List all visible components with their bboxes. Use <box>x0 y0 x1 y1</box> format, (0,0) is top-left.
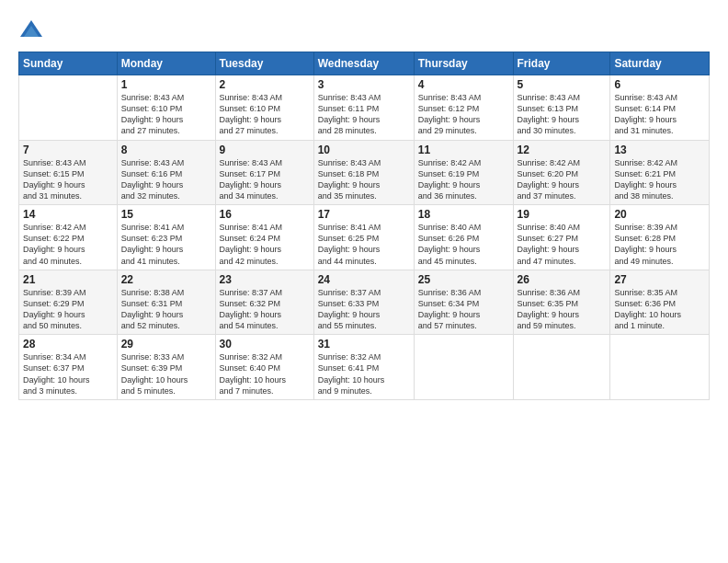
day-number: 9 <box>220 144 310 156</box>
day-info: Sunrise: 8:35 AM Sunset: 6:36 PM Dayligh… <box>614 287 705 332</box>
day-number: 8 <box>121 144 211 156</box>
day-info: Sunrise: 8:34 AM Sunset: 6:37 PM Dayligh… <box>23 351 113 396</box>
day-info: Sunrise: 8:32 AM Sunset: 6:40 PM Dayligh… <box>220 351 310 396</box>
day-info: Sunrise: 8:43 AM Sunset: 6:14 PM Dayligh… <box>614 92 705 137</box>
day-info: Sunrise: 8:38 AM Sunset: 6:31 PM Dayligh… <box>121 287 211 332</box>
day-number: 28 <box>23 338 113 350</box>
logo <box>18 18 48 44</box>
day-info: Sunrise: 8:42 AM Sunset: 6:21 PM Dayligh… <box>614 157 705 202</box>
calendar-cell: 7Sunrise: 8:43 AM Sunset: 6:15 PM Daylig… <box>19 140 118 205</box>
day-info: Sunrise: 8:39 AM Sunset: 6:29 PM Dayligh… <box>23 287 113 332</box>
weekday-header-thursday: Thursday <box>414 52 513 75</box>
day-info: Sunrise: 8:40 AM Sunset: 6:26 PM Dayligh… <box>418 222 509 267</box>
day-number: 19 <box>518 208 607 221</box>
logo-icon <box>18 18 44 44</box>
day-number: 1 <box>121 78 211 91</box>
calendar-cell: 28Sunrise: 8:34 AM Sunset: 6:37 PM Dayli… <box>19 335 118 400</box>
day-info: Sunrise: 8:43 AM Sunset: 6:10 PM Dayligh… <box>121 92 211 137</box>
day-info: Sunrise: 8:43 AM Sunset: 6:11 PM Dayligh… <box>318 92 410 137</box>
day-info: Sunrise: 8:36 AM Sunset: 6:35 PM Dayligh… <box>518 287 607 332</box>
calendar-cell: 18Sunrise: 8:40 AM Sunset: 6:26 PM Dayli… <box>414 205 513 270</box>
calendar-cell: 3Sunrise: 8:43 AM Sunset: 6:11 PM Daylig… <box>313 75 414 141</box>
day-info: Sunrise: 8:42 AM Sunset: 6:22 PM Dayligh… <box>23 222 113 267</box>
day-number: 6 <box>614 78 705 91</box>
day-number: 5 <box>518 78 607 91</box>
day-number: 23 <box>220 273 310 286</box>
day-number: 16 <box>220 208 310 221</box>
calendar-week-2: 7Sunrise: 8:43 AM Sunset: 6:15 PM Daylig… <box>19 140 710 205</box>
day-info: Sunrise: 8:36 AM Sunset: 6:34 PM Dayligh… <box>418 287 509 332</box>
calendar-week-5: 28Sunrise: 8:34 AM Sunset: 6:37 PM Dayli… <box>19 335 710 400</box>
calendar-cell: 29Sunrise: 8:33 AM Sunset: 6:39 PM Dayli… <box>117 335 215 400</box>
calendar-cell: 11Sunrise: 8:42 AM Sunset: 6:19 PM Dayli… <box>414 140 513 205</box>
calendar-week-3: 14Sunrise: 8:42 AM Sunset: 6:22 PM Dayli… <box>19 205 710 270</box>
day-info: Sunrise: 8:41 AM Sunset: 6:24 PM Dayligh… <box>220 222 310 267</box>
day-number: 17 <box>318 208 410 221</box>
day-info: Sunrise: 8:43 AM Sunset: 6:18 PM Dayligh… <box>318 157 410 202</box>
calendar-cell: 8Sunrise: 8:43 AM Sunset: 6:16 PM Daylig… <box>117 140 215 205</box>
weekday-header-sunday: Sunday <box>19 52 118 75</box>
calendar-cell: 12Sunrise: 8:42 AM Sunset: 6:20 PM Dayli… <box>513 140 610 205</box>
day-number: 22 <box>121 273 211 286</box>
day-number: 18 <box>418 208 509 221</box>
day-info: Sunrise: 8:37 AM Sunset: 6:33 PM Dayligh… <box>318 287 410 332</box>
day-number: 2 <box>220 78 310 91</box>
weekday-header-saturday: Saturday <box>610 52 710 75</box>
day-info: Sunrise: 8:42 AM Sunset: 6:19 PM Dayligh… <box>418 157 509 202</box>
calendar-cell: 19Sunrise: 8:40 AM Sunset: 6:27 PM Dayli… <box>513 205 610 270</box>
calendar-cell: 15Sunrise: 8:41 AM Sunset: 6:23 PM Dayli… <box>117 205 215 270</box>
calendar-cell <box>19 75 118 141</box>
day-number: 4 <box>418 78 509 91</box>
calendar-cell: 9Sunrise: 8:43 AM Sunset: 6:17 PM Daylig… <box>215 140 313 205</box>
calendar-week-1: 1Sunrise: 8:43 AM Sunset: 6:10 PM Daylig… <box>19 75 710 141</box>
day-info: Sunrise: 8:43 AM Sunset: 6:13 PM Dayligh… <box>518 92 607 137</box>
calendar-cell <box>610 335 710 400</box>
day-number: 25 <box>418 273 509 286</box>
day-number: 20 <box>614 208 705 221</box>
day-info: Sunrise: 8:42 AM Sunset: 6:20 PM Dayligh… <box>518 157 607 202</box>
day-number: 31 <box>318 338 410 350</box>
calendar-cell <box>513 335 610 400</box>
calendar-cell: 13Sunrise: 8:42 AM Sunset: 6:21 PM Dayli… <box>610 140 710 205</box>
calendar-cell: 6Sunrise: 8:43 AM Sunset: 6:14 PM Daylig… <box>610 75 710 141</box>
calendar-cell: 22Sunrise: 8:38 AM Sunset: 6:31 PM Dayli… <box>117 270 215 335</box>
calendar-cell: 31Sunrise: 8:32 AM Sunset: 6:41 PM Dayli… <box>313 335 414 400</box>
calendar-cell: 10Sunrise: 8:43 AM Sunset: 6:18 PM Dayli… <box>313 140 414 205</box>
day-info: Sunrise: 8:40 AM Sunset: 6:27 PM Dayligh… <box>518 222 607 267</box>
day-info: Sunrise: 8:43 AM Sunset: 6:15 PM Dayligh… <box>23 157 113 202</box>
day-info: Sunrise: 8:43 AM Sunset: 6:16 PM Dayligh… <box>121 157 211 202</box>
day-number: 13 <box>614 144 705 156</box>
day-info: Sunrise: 8:41 AM Sunset: 6:25 PM Dayligh… <box>318 222 410 267</box>
day-number: 30 <box>220 338 310 350</box>
calendar-cell: 14Sunrise: 8:42 AM Sunset: 6:22 PM Dayli… <box>19 205 118 270</box>
day-number: 21 <box>23 273 113 286</box>
weekday-header-monday: Monday <box>117 52 215 75</box>
calendar-cell: 5Sunrise: 8:43 AM Sunset: 6:13 PM Daylig… <box>513 75 610 141</box>
calendar-cell: 1Sunrise: 8:43 AM Sunset: 6:10 PM Daylig… <box>117 75 215 141</box>
calendar-cell: 25Sunrise: 8:36 AM Sunset: 6:34 PM Dayli… <box>414 270 513 335</box>
calendar-table: SundayMondayTuesdayWednesdayThursdayFrid… <box>18 52 710 400</box>
calendar-cell: 27Sunrise: 8:35 AM Sunset: 6:36 PM Dayli… <box>610 270 710 335</box>
day-info: Sunrise: 8:37 AM Sunset: 6:32 PM Dayligh… <box>220 287 310 332</box>
calendar-cell: 24Sunrise: 8:37 AM Sunset: 6:33 PM Dayli… <box>313 270 414 335</box>
calendar-week-4: 21Sunrise: 8:39 AM Sunset: 6:29 PM Dayli… <box>19 270 710 335</box>
day-info: Sunrise: 8:39 AM Sunset: 6:28 PM Dayligh… <box>614 222 705 267</box>
page: SundayMondayTuesdayWednesdayThursdayFrid… <box>0 0 728 563</box>
day-number: 7 <box>23 144 113 156</box>
day-info: Sunrise: 8:43 AM Sunset: 6:10 PM Dayligh… <box>220 92 310 137</box>
calendar-cell: 2Sunrise: 8:43 AM Sunset: 6:10 PM Daylig… <box>215 75 313 141</box>
day-info: Sunrise: 8:33 AM Sunset: 6:39 PM Dayligh… <box>121 351 211 396</box>
day-info: Sunrise: 8:43 AM Sunset: 6:12 PM Dayligh… <box>418 92 509 137</box>
day-number: 11 <box>418 144 509 156</box>
calendar-cell <box>414 335 513 400</box>
day-info: Sunrise: 8:32 AM Sunset: 6:41 PM Dayligh… <box>318 351 410 396</box>
day-number: 12 <box>518 144 607 156</box>
calendar-cell: 16Sunrise: 8:41 AM Sunset: 6:24 PM Dayli… <box>215 205 313 270</box>
calendar-cell: 17Sunrise: 8:41 AM Sunset: 6:25 PM Dayli… <box>313 205 414 270</box>
calendar-cell: 21Sunrise: 8:39 AM Sunset: 6:29 PM Dayli… <box>19 270 118 335</box>
day-number: 29 <box>121 338 211 350</box>
day-number: 3 <box>318 78 410 91</box>
weekday-header-friday: Friday <box>513 52 610 75</box>
calendar-cell: 26Sunrise: 8:36 AM Sunset: 6:35 PM Dayli… <box>513 270 610 335</box>
weekday-header-row: SundayMondayTuesdayWednesdayThursdayFrid… <box>19 52 710 75</box>
